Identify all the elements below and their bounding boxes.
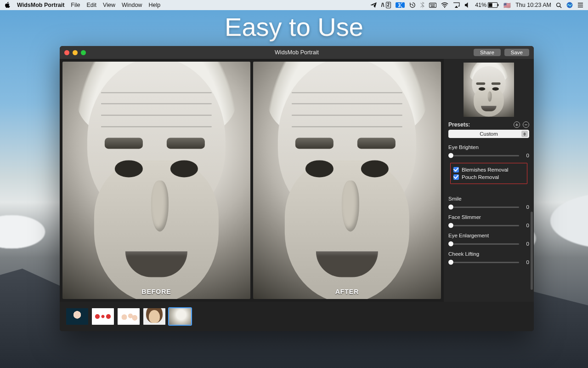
pouch-removal-checkbox[interactable] xyxy=(453,174,459,180)
cheek-lifting-label: Cheek Lifting xyxy=(448,251,529,257)
notification-center-icon[interactable] xyxy=(577,2,583,8)
svg-point-6 xyxy=(444,7,445,8)
filmstrip-thumb-5[interactable] xyxy=(169,308,191,325)
cheek-lifting-value: 0 xyxy=(523,259,529,265)
panel-scrollbar[interactable] xyxy=(531,212,533,290)
smile-slider[interactable] xyxy=(448,207,519,208)
menu-view[interactable]: View xyxy=(103,2,115,8)
keyboard-input-icon[interactable] xyxy=(429,3,436,8)
menu-window[interactable]: Window xyxy=(122,2,142,8)
blemish-removal-checkbox[interactable] xyxy=(453,167,459,172)
filmstrip xyxy=(60,302,534,331)
before-label: BEFORE xyxy=(62,288,250,295)
eye-brighten-label: Eye Brighten xyxy=(448,144,529,150)
volume-icon[interactable] xyxy=(464,2,470,8)
svg-rect-8 xyxy=(498,4,498,6)
svg-rect-4 xyxy=(434,4,435,5)
filmstrip-thumb-4[interactable] xyxy=(143,308,165,325)
eye-brighten-slider[interactable] xyxy=(448,155,519,156)
before-pane: BEFORE xyxy=(62,62,250,299)
window-title: WidsMob Portrait xyxy=(60,49,534,56)
filmstrip-thumb-2[interactable] xyxy=(92,308,114,325)
clock-text[interactable]: Thu 10:23 AM xyxy=(515,2,551,8)
svg-rect-2 xyxy=(431,4,432,5)
bluetooth-icon[interactable] xyxy=(420,2,424,8)
scissors-menu-icon[interactable] xyxy=(396,2,405,8)
input-flag-icon[interactable]: 🇺🇸 xyxy=(503,2,511,9)
pouch-removal-label: Pouch Removal xyxy=(462,174,499,180)
remove-preset-icon[interactable]: − xyxy=(523,121,529,128)
macos-menubar: WidsMob Portrait File Edit View Window H… xyxy=(0,0,588,10)
battery-status[interactable]: 41% xyxy=(475,2,499,8)
face-thumbnail[interactable] xyxy=(464,63,514,117)
stepper-caret-icon xyxy=(521,131,528,137)
eye-enlargement-label: Eye Enlargement xyxy=(448,233,529,238)
after-label: AFTER xyxy=(253,288,441,295)
app-menu[interactable]: WidsMob Portrait xyxy=(17,2,64,8)
adjustments-panel: Presets: + − Custom Eye Brighten 0 xyxy=(444,59,534,302)
face-slimmer-label: Face Slimmer xyxy=(448,214,529,220)
menu-edit[interactable]: Edit xyxy=(87,2,97,8)
eye-brighten-value: 0 xyxy=(523,153,529,158)
highlighted-options: Blemishes Removal Pouch Removal xyxy=(450,163,527,184)
svg-rect-3 xyxy=(433,4,434,5)
presets-label: Presets: xyxy=(448,121,470,128)
filmstrip-thumb-3[interactable] xyxy=(118,308,140,325)
preset-select[interactable]: Custom xyxy=(448,130,529,138)
app-window: WidsMob Portrait Share Save BEFORE xyxy=(60,46,534,331)
filmstrip-thumb-1[interactable] xyxy=(66,308,88,325)
titlebar: WidsMob Portrait Share Save xyxy=(60,46,534,59)
eye-enlargement-value: 0 xyxy=(523,241,529,247)
paper-plane-icon[interactable] xyxy=(370,2,377,8)
menu-file[interactable]: File xyxy=(71,2,80,8)
hero-title: Easy to Use xyxy=(0,12,588,42)
preset-select-value: Custom xyxy=(448,130,529,138)
smile-value: 0 xyxy=(523,204,529,210)
blemish-removal-label: Blemishes Removal xyxy=(462,167,509,172)
airplay-icon[interactable] xyxy=(453,2,460,8)
svg-rect-0 xyxy=(430,3,436,7)
menu-help[interactable]: Help xyxy=(148,2,160,8)
cheek-lifting-slider[interactable] xyxy=(448,262,519,263)
svg-rect-9 xyxy=(489,3,492,7)
svg-rect-1 xyxy=(430,4,431,5)
smile-label: Smile xyxy=(448,196,529,201)
add-preset-icon[interactable]: + xyxy=(514,121,520,128)
face-slimmer-slider[interactable] xyxy=(448,225,519,226)
svg-rect-5 xyxy=(431,6,435,6)
eye-enlargement-slider[interactable] xyxy=(448,243,519,245)
after-pane: AFTER xyxy=(253,62,441,299)
wifi-icon[interactable] xyxy=(441,2,448,8)
apple-menu-icon[interactable] xyxy=(5,2,11,8)
siri-icon[interactable] xyxy=(566,2,573,8)
face-slimmer-value: 0 xyxy=(523,223,529,228)
compare-canvas: BEFORE AFTER xyxy=(60,59,444,302)
svg-point-10 xyxy=(557,3,560,6)
spotlight-icon[interactable] xyxy=(556,2,562,8)
adobe-cc-icon[interactable]: /\2 xyxy=(381,2,391,8)
battery-percent-text: 41% xyxy=(475,2,486,8)
time-machine-icon[interactable] xyxy=(409,2,416,8)
